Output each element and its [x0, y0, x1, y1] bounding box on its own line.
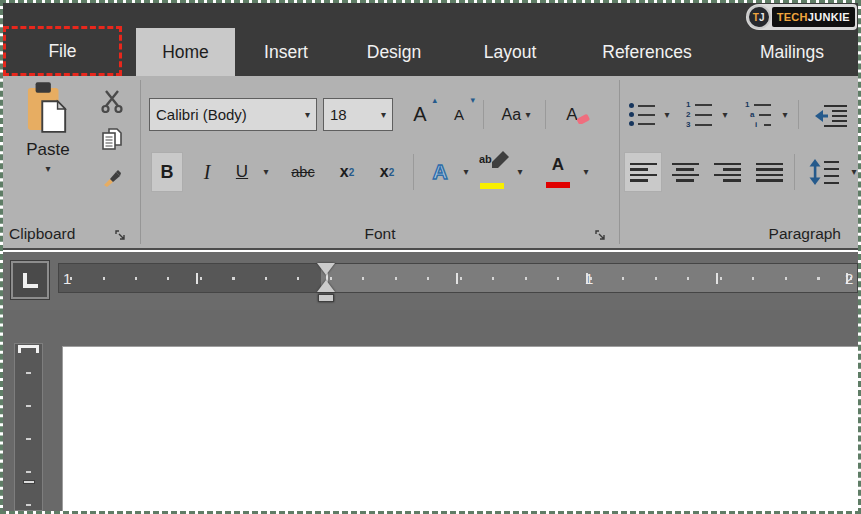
document-area — [3, 310, 858, 511]
tab-insert[interactable]: Insert — [243, 28, 329, 76]
clipboard-group-label: Clipboard — [9, 225, 75, 243]
logo-text-junkie: JUNKIE — [808, 11, 850, 23]
multilevel-char: a — [750, 112, 756, 118]
align-center-button[interactable] — [666, 152, 704, 192]
separator — [545, 100, 546, 129]
bold-glyph: B — [161, 162, 174, 183]
decrease-indent-icon — [814, 103, 848, 127]
clear-formatting-button[interactable]: A — [557, 98, 599, 131]
grow-font-up-icon: ▴ — [432, 96, 437, 105]
indent-markers[interactable] — [317, 263, 335, 302]
shrink-font-down-icon: ▾ — [470, 96, 475, 105]
multilevel-list-button[interactable]: 1 a i — [740, 98, 776, 131]
eraser-icon — [576, 112, 590, 124]
copy-button[interactable] — [95, 122, 129, 156]
underline-glyph: U — [236, 162, 248, 182]
techjunkie-monogram-icon: TJ — [747, 5, 771, 29]
multilevel-caret-icon: ▾ — [782, 110, 787, 120]
multilevel-dropdown[interactable]: ▾ — [778, 98, 792, 131]
underline-button[interactable]: U — [227, 152, 257, 192]
subscript-button[interactable]: x2 — [329, 152, 365, 192]
font-name-value: Calibri (Body) — [156, 106, 247, 123]
font-group-label: Font — [141, 225, 619, 243]
bullets-caret-icon: ▾ — [664, 110, 669, 120]
align-left-button[interactable] — [624, 152, 662, 192]
underline-dropdown[interactable]: ▾ — [259, 152, 273, 192]
italic-button[interactable]: I — [193, 152, 221, 192]
document-page[interactable] — [62, 346, 858, 511]
superscript-base-glyph: x — [380, 163, 389, 181]
cut-button[interactable] — [95, 84, 129, 118]
numbering-dropdown[interactable]: ▾ — [718, 98, 732, 131]
font-dialog-launcher[interactable] — [595, 228, 607, 240]
strikethrough-glyph: abc — [291, 164, 314, 180]
numbering-digit: 3 — [686, 122, 692, 128]
tab-stop-selector[interactable] — [11, 261, 49, 299]
superscript-button[interactable]: x2 — [369, 152, 405, 192]
italic-glyph: I — [204, 161, 211, 184]
text-effects-dropdown[interactable]: ▾ — [459, 152, 473, 192]
highlight-color-bar — [480, 183, 504, 189]
font-name-combobox[interactable]: Calibri (Body) ▾ — [149, 98, 317, 131]
vertical-ruler[interactable] — [14, 343, 43, 511]
shrink-font-glyph: A — [454, 106, 464, 123]
highlight-caret-icon: ▾ — [517, 167, 522, 177]
vertical-ruler-margin-marker — [18, 345, 39, 353]
scissors-icon — [101, 89, 123, 113]
justify-button[interactable] — [750, 152, 788, 192]
numbering-digit: 2 — [686, 112, 692, 118]
grow-font-button[interactable]: A ▴ — [401, 98, 439, 131]
font-size-caret-icon: ▾ — [381, 110, 386, 120]
ribbon: Paste ▾ — [3, 76, 858, 250]
align-left-icon — [630, 163, 657, 182]
font-color-button[interactable]: A — [541, 152, 575, 192]
text-highlight-dropdown[interactable]: ▾ — [513, 152, 527, 192]
bullets-dropdown[interactable]: ▾ — [660, 98, 674, 131]
tab-layout[interactable]: Layout — [467, 28, 553, 76]
hanging-indent-marker[interactable] — [317, 280, 335, 292]
paste-dropdown-caret[interactable]: ▾ — [7, 164, 89, 174]
subscript-digit: 2 — [349, 167, 355, 178]
font-color-caret-icon: ▾ — [583, 167, 588, 177]
line-spacing-dropdown[interactable]: ▾ — [848, 152, 860, 192]
left-tab-stop-icon — [23, 273, 38, 288]
change-case-glyph: Aa — [501, 106, 521, 124]
font-group: Calibri (Body) ▾ 18 ▾ A ▴ A ▾ Aa ▾ A — [141, 76, 619, 248]
tab-home[interactable]: Home — [136, 28, 235, 76]
line-spacing-button[interactable] — [802, 152, 846, 192]
format-painter-button[interactable] — [95, 160, 129, 194]
text-effects-button[interactable]: A — [423, 152, 457, 192]
strikethrough-button[interactable]: abc — [281, 152, 325, 192]
font-color-dropdown[interactable]: ▾ — [579, 152, 593, 192]
grow-font-glyph: A — [413, 103, 426, 126]
font-size-combobox[interactable]: 18 ▾ — [323, 98, 393, 131]
numbering-icon: 1 2 3 — [686, 102, 712, 128]
line-spacing-caret-icon: ▾ — [851, 167, 856, 177]
decrease-indent-button[interactable] — [810, 98, 852, 131]
multilevel-char: 1 — [745, 102, 751, 108]
bullets-button[interactable] — [626, 98, 658, 131]
horizontal-ruler[interactable]: 1 1 2 — [58, 263, 858, 293]
clipboard-dialog-launcher[interactable] — [115, 228, 127, 240]
bold-button[interactable]: B — [151, 152, 183, 192]
text-effects-caret-icon: ▾ — [463, 167, 468, 177]
tab-references[interactable]: References — [593, 28, 701, 76]
paragraph-group-label: Paragraph — [769, 225, 841, 243]
dialog-launcher-icon — [115, 230, 127, 242]
font-name-caret-icon: ▾ — [305, 110, 310, 120]
text-highlight-button[interactable]: ab — [479, 152, 507, 192]
align-right-button[interactable] — [708, 152, 746, 192]
first-line-indent-marker[interactable] — [317, 263, 335, 275]
numbering-caret-icon: ▾ — [722, 110, 727, 120]
change-case-button[interactable]: Aa ▾ — [493, 98, 539, 131]
logo-letter-j: J — [759, 12, 765, 23]
tab-file[interactable]: File — [3, 26, 122, 76]
paste-button[interactable]: Paste ▾ — [7, 82, 89, 174]
shrink-font-button[interactable]: A ▾ — [441, 98, 477, 131]
numbering-button[interactable]: 1 2 3 — [682, 98, 716, 131]
left-indent-marker[interactable] — [318, 294, 334, 302]
font-size-value: 18 — [330, 106, 347, 123]
tab-design[interactable]: Design — [351, 28, 437, 76]
separator — [794, 154, 795, 190]
tab-mailings[interactable]: Mailings — [743, 28, 841, 76]
